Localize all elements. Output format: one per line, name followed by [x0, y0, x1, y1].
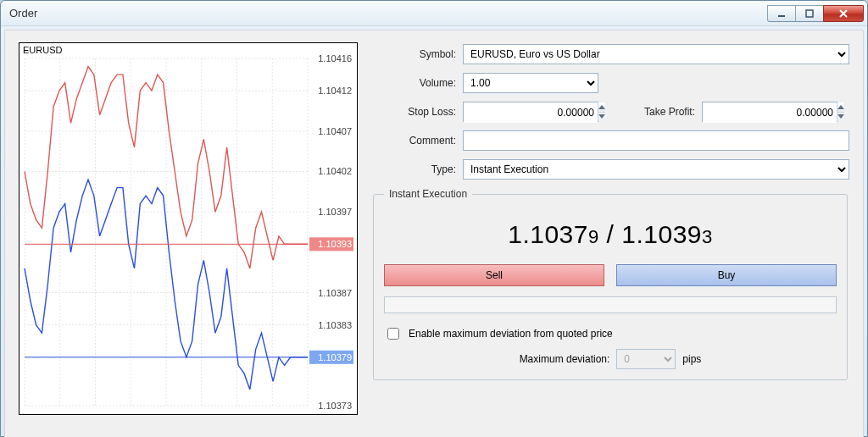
- takeprofit-stepper[interactable]: [837, 102, 844, 121]
- stoploss-input[interactable]: [464, 102, 598, 123]
- quote-display: 1.10379 / 1.10393: [384, 208, 837, 264]
- takeprofit-label: Take Profit:: [619, 106, 695, 118]
- order-window: Order EURUSD 1.104161.104121.104071.1040…: [0, 0, 868, 437]
- price-chart: EURUSD 1.104161.104121.104071.104021.103…: [19, 42, 358, 415]
- chevron-up-icon[interactable]: [837, 102, 844, 113]
- enable-deviation-label: Enable maximum deviation from quoted pri…: [409, 328, 613, 340]
- buy-button[interactable]: Buy: [616, 264, 837, 286]
- bid-price-big: 1.1037: [508, 220, 588, 248]
- chart-canvas: 1.104161.104121.104071.104021.103971.103…: [19, 43, 357, 414]
- svg-text:1.10416: 1.10416: [318, 53, 352, 64]
- exec-legend: Instant Execution: [384, 188, 472, 200]
- stoploss-input-wrap: [463, 102, 598, 122]
- minimize-button[interactable]: [767, 5, 796, 22]
- type-select[interactable]: Instant Execution: [463, 159, 849, 180]
- svg-text:1.10379: 1.10379: [318, 352, 352, 362]
- volume-label: Volume:: [371, 77, 456, 89]
- close-button[interactable]: [823, 5, 864, 22]
- instant-execution-group: Instant Execution 1.10379 / 1.10393 Sell…: [373, 188, 848, 380]
- sell-button[interactable]: Sell: [384, 264, 604, 286]
- enable-deviation-checkbox[interactable]: [387, 328, 399, 340]
- svg-text:1.10407: 1.10407: [318, 126, 352, 136]
- order-form: Symbol: EURUSD, Euro vs US Dollar Volume…: [371, 42, 849, 430]
- window-controls: [768, 5, 864, 22]
- maximize-button[interactable]: [795, 5, 824, 22]
- chevron-down-icon[interactable]: [837, 113, 844, 122]
- stoploss-stepper[interactable]: [598, 102, 605, 121]
- status-bar: [384, 296, 837, 313]
- window-title: Order: [9, 7, 37, 19]
- pips-label: pips: [682, 353, 701, 365]
- max-deviation-select[interactable]: 0: [616, 349, 676, 369]
- comment-label: Comment:: [371, 135, 456, 147]
- titlebar: Order: [1, 1, 867, 26]
- comment-input[interactable]: [463, 130, 849, 151]
- ask-price-small: 3: [702, 226, 713, 247]
- content: EURUSD 1.104161.104121.104071.104021.103…: [4, 30, 864, 437]
- takeprofit-input-wrap: [702, 102, 837, 122]
- bid-price-small: 9: [588, 226, 599, 247]
- svg-text:1.10387: 1.10387: [318, 288, 352, 298]
- quote-sep: /: [599, 220, 622, 248]
- stoploss-label: Stop Loss:: [371, 106, 456, 118]
- symbol-select[interactable]: EURUSD, Euro vs US Dollar: [463, 44, 849, 64]
- svg-text:1.10373: 1.10373: [318, 401, 352, 411]
- chevron-down-icon[interactable]: [598, 113, 605, 122]
- takeprofit-input[interactable]: [703, 102, 837, 123]
- ask-price-big: 1.1039: [621, 220, 702, 248]
- svg-text:1.10402: 1.10402: [318, 166, 352, 176]
- max-deviation-label: Maximum deviation:: [520, 353, 610, 365]
- symbol-label: Symbol:: [371, 48, 456, 60]
- svg-text:1.10383: 1.10383: [318, 320, 352, 330]
- chevron-up-icon[interactable]: [598, 102, 605, 113]
- svg-rect-1: [806, 10, 813, 17]
- type-label: Type:: [371, 163, 456, 175]
- svg-text:1.10393: 1.10393: [318, 239, 352, 249]
- svg-text:1.10412: 1.10412: [318, 86, 352, 96]
- chart-symbol-label: EURUSD: [23, 45, 62, 55]
- volume-select[interactable]: 1.00: [463, 73, 598, 93]
- svg-text:1.10397: 1.10397: [318, 207, 352, 217]
